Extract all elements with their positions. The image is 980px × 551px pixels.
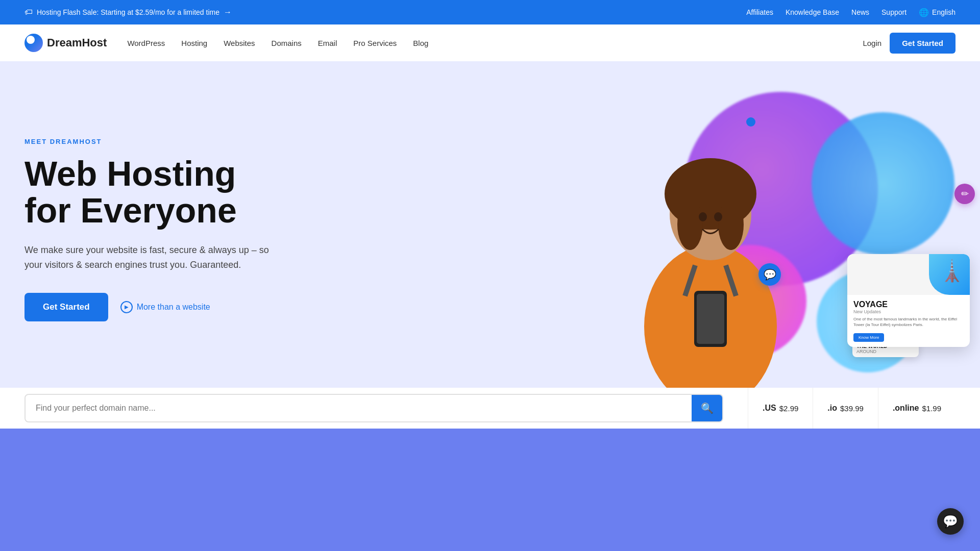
hero-edit-icon[interactable]: ✏ bbox=[954, 184, 975, 204]
tld-prices: .US $2.99 .io $39.99 .online $1.99 bbox=[748, 388, 955, 429]
nav-links: WordPress Hosting Websites Domains Email… bbox=[127, 39, 428, 47]
logo-icon bbox=[24, 34, 43, 52]
more-link-label: More than a website bbox=[137, 303, 210, 312]
hero-content: MEET DREAMHOST Web Hostingfor Everyone W… bbox=[24, 138, 331, 321]
website-card: 🗼 VOYAGE New Updates One of the most fam… bbox=[847, 254, 970, 347]
tld-us: .US $2.99 bbox=[748, 388, 813, 429]
hero-eyebrow: MEET DREAMHOST bbox=[24, 138, 331, 145]
logo-text: DreamHost bbox=[47, 36, 107, 49]
email-nav[interactable]: Email bbox=[318, 39, 337, 47]
hero-subtitle: We make sure your website is fast, secur… bbox=[24, 243, 280, 272]
domain-section: 🔍 .US $2.99 .io $39.99 .online $1.99 bbox=[0, 388, 980, 429]
hero-get-started-button[interactable]: Get Started bbox=[24, 293, 108, 321]
language-label: English bbox=[932, 8, 955, 16]
globe-icon: 🌐 bbox=[919, 8, 929, 17]
language-selector[interactable]: 🌐 English bbox=[919, 8, 955, 17]
card-body-text: One of the most famous landmarks in the … bbox=[853, 316, 964, 328]
support-link[interactable]: Support bbox=[881, 8, 906, 16]
card-subtitle: New Updates bbox=[853, 309, 964, 314]
more-than-website-link[interactable]: ▶ More than a website bbox=[120, 301, 210, 313]
tld-online: .online $1.99 bbox=[878, 388, 955, 429]
tld-io-price: $39.99 bbox=[840, 404, 864, 413]
hero-section: MEET DREAMHOST Web Hostingfor Everyone W… bbox=[0, 61, 980, 388]
eiffel-icon: 🗼 bbox=[939, 259, 965, 283]
knowledge-base-link[interactable]: Knowledge Base bbox=[786, 8, 839, 16]
svg-point-5 bbox=[699, 212, 707, 221]
hero-visual: 🗼 VOYAGE New Updates One of the most fam… bbox=[441, 61, 980, 388]
card-body: VOYAGE New Updates One of the most famou… bbox=[847, 295, 970, 347]
hero-title: Web Hostingfor Everyone bbox=[24, 156, 331, 229]
play-icon: ▶ bbox=[120, 301, 133, 313]
news-link[interactable]: News bbox=[851, 8, 869, 16]
domain-search-wrapper: 🔍 bbox=[24, 394, 723, 422]
domains-nav[interactable]: Domains bbox=[272, 39, 302, 47]
hero-chat-icon[interactable]: 💬 bbox=[758, 263, 781, 286]
tld-us-name: .US bbox=[763, 404, 776, 413]
card-header: 🗼 bbox=[847, 254, 970, 295]
tld-online-name: .online bbox=[893, 404, 919, 413]
svg-rect-8 bbox=[697, 294, 724, 344]
search-icon: 🔍 bbox=[701, 402, 714, 414]
svg-point-6 bbox=[714, 212, 722, 221]
get-started-nav-button[interactable]: Get Started bbox=[890, 33, 955, 54]
blob-blue bbox=[812, 112, 954, 255]
person-illustration bbox=[619, 122, 802, 388]
hero-actions: Get Started ▶ More than a website bbox=[24, 293, 331, 321]
nav-left: DreamHost WordPress Hosting Websites Dom… bbox=[24, 34, 428, 52]
world-card-subtitle: AROUND bbox=[856, 349, 915, 354]
blog-nav[interactable]: Blog bbox=[413, 39, 428, 47]
tld-io: .io $39.99 bbox=[813, 388, 878, 429]
tld-io-name: .io bbox=[827, 404, 837, 413]
banner-arrow: → bbox=[224, 8, 232, 17]
affiliates-link[interactable]: Affiliates bbox=[746, 8, 773, 16]
nav-right: Login Get Started bbox=[863, 33, 955, 54]
tag-icon: 🏷 bbox=[24, 8, 33, 17]
wordpress-nav[interactable]: WordPress bbox=[127, 39, 165, 47]
main-nav: DreamHost WordPress Hosting Websites Dom… bbox=[0, 24, 980, 61]
svg-point-3 bbox=[677, 199, 703, 250]
hosting-nav[interactable]: Hosting bbox=[181, 39, 207, 47]
banner-right: Affiliates Knowledge Base News Support 🌐… bbox=[746, 8, 955, 17]
tld-online-price: $1.99 bbox=[922, 404, 941, 413]
top-banner: 🏷 Hosting Flash Sale: Starting at $2.59/… bbox=[0, 0, 980, 24]
card-cta-button[interactable]: Know More bbox=[853, 333, 884, 342]
card-title: VOYAGE bbox=[853, 300, 964, 309]
svg-point-4 bbox=[718, 199, 744, 250]
banner-sale-text: Hosting Flash Sale: Starting at $2.59/mo… bbox=[37, 8, 219, 16]
banner-left: 🏷 Hosting Flash Sale: Starting at $2.59/… bbox=[24, 8, 232, 17]
logo[interactable]: DreamHost bbox=[24, 34, 107, 52]
pro-services-nav[interactable]: Pro Services bbox=[353, 39, 397, 47]
websites-nav[interactable]: Websites bbox=[224, 39, 255, 47]
domain-search-button[interactable]: 🔍 bbox=[692, 395, 722, 421]
login-button[interactable]: Login bbox=[863, 39, 881, 47]
domain-search-input[interactable] bbox=[26, 404, 692, 413]
tld-us-price: $2.99 bbox=[779, 404, 799, 413]
